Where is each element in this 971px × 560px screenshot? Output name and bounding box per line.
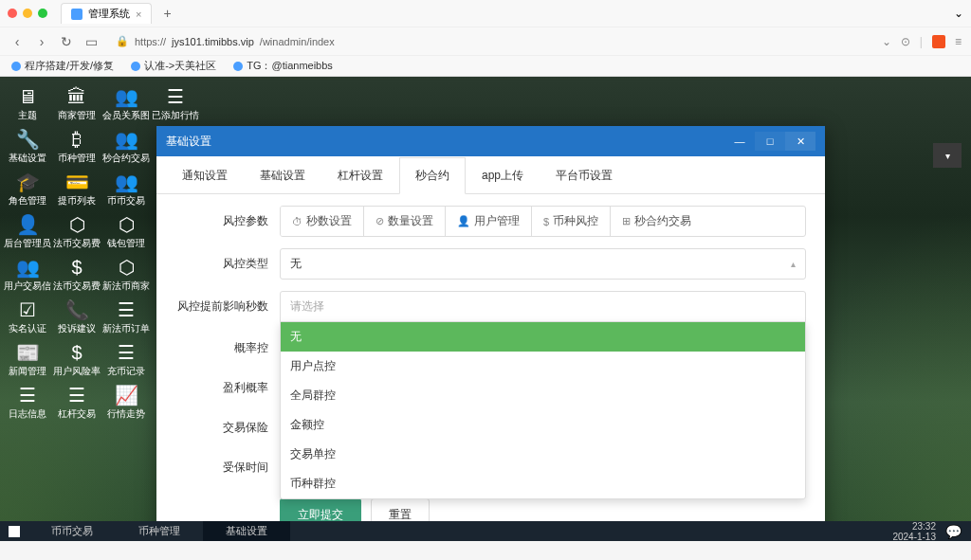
app-label: 杠杆交易: [58, 407, 96, 421]
bookmark-icon[interactable]: ▭: [83, 34, 99, 49]
desktop-icon[interactable]: ⬡钱包管理: [102, 212, 150, 253]
desktop-icon[interactable]: ⬡新法币商家: [102, 255, 150, 296]
advance-sec-select[interactable]: 请选择: [280, 291, 806, 322]
modal-minimize-button[interactable]: —: [724, 132, 755, 151]
bookmarks-bar: 程序搭建/开发/修复 认准->天美社区 TG：@tianmeibbs: [0, 55, 971, 76]
tab-close-icon[interactable]: ×: [136, 9, 141, 20]
modal-tab[interactable]: 通知设置: [166, 157, 244, 194]
modal-titlebar[interactable]: 基础设置 — □ ✕: [156, 126, 825, 156]
desktop-icon[interactable]: ⬡法币交易费: [53, 212, 101, 253]
modal-tab[interactable]: 杠杆设置: [321, 157, 399, 194]
app-icon: ☰: [19, 386, 36, 405]
bookmark-icon: [131, 62, 140, 71]
risk-param-button[interactable]: ⏱秒数设置: [281, 207, 364, 236]
desktop-icon[interactable]: ☰充币记录: [102, 340, 150, 381]
label-advance-sec: 风控提前影响秒数: [175, 298, 280, 315]
desktop-icon[interactable]: $法币交易费: [53, 255, 101, 296]
taskbar-item[interactable]: 基础设置: [203, 521, 290, 541]
app-label: 钱包管理: [107, 237, 145, 250]
close-window[interactable]: [8, 9, 17, 18]
dropdown-option[interactable]: 币种群控: [281, 469, 805, 498]
forward-button[interactable]: ›: [34, 34, 49, 49]
bookmark-item[interactable]: 认准->天美社区: [131, 59, 216, 73]
desktop-icon[interactable]: ☰杠杆交易: [53, 383, 101, 424]
app-label: 用户风险率: [53, 365, 101, 378]
app-icon: ☰: [118, 343, 135, 362]
modal-close-button[interactable]: ✕: [785, 132, 815, 151]
app-label: 新法币订单: [102, 322, 150, 335]
chat-icon[interactable]: 💬: [945, 524, 962, 539]
modal-tab[interactable]: 平台币设置: [540, 157, 629, 194]
taskbar-item[interactable]: 币种管理: [116, 521, 203, 541]
btn-icon: $: [543, 216, 549, 227]
app-label: 已添加行情: [152, 109, 199, 122]
url-field[interactable]: 🔒 https://jys101.timibbs.vip/winadmin/in…: [108, 32, 872, 50]
taskbar-clock[interactable]: 23:32 2024-1-13: [892, 521, 936, 542]
url-prefix: https://: [135, 36, 166, 47]
brave-shield-icon[interactable]: [932, 35, 945, 48]
dropdown-option[interactable]: 无: [281, 322, 805, 352]
desktop-icon[interactable]: 📰新闻管理: [4, 340, 51, 381]
risk-param-button[interactable]: ⊞秒合约交易: [611, 207, 703, 236]
desktop-icon[interactable]: 👤后台管理员: [4, 212, 51, 253]
tab-title: 管理系统: [88, 7, 130, 21]
modal-maximize-button[interactable]: □: [755, 132, 785, 151]
minimize-window[interactable]: [23, 9, 32, 18]
user-menu-toggle[interactable]: ▾: [933, 143, 962, 168]
desktop-icon[interactable]: $用户风险率: [53, 340, 101, 381]
app-icon: 📞: [65, 300, 89, 319]
desktop-icon[interactable]: 📈行情走势: [102, 383, 150, 424]
desktop-icon[interactable]: ☑实名认证: [4, 298, 51, 338]
taskbar-item[interactable]: 币币交易: [28, 521, 116, 541]
dropdown-option[interactable]: 交易单控: [281, 440, 805, 469]
app-icon: $: [71, 258, 82, 277]
desktop-icon[interactable]: ☰新法币订单: [102, 298, 150, 338]
bookmark-label: 程序搭建/开发/修复: [25, 59, 114, 73]
desktop-icon[interactable]: ₿币种管理: [53, 127, 101, 168]
back-button[interactable]: ‹: [9, 34, 25, 49]
app-icon: 👥: [16, 258, 40, 277]
dropdown-panel: 无用户点控全局群控金额控交易单控币种群控: [280, 321, 806, 499]
bookmark-item[interactable]: 程序搭建/开发/修复: [11, 59, 114, 73]
extensions-icon[interactable]: ⌄: [882, 35, 891, 48]
app-label: 充币记录: [107, 365, 145, 378]
dropdown-option[interactable]: 全局群控: [281, 381, 805, 410]
modal-tab[interactable]: 基础设置: [244, 157, 321, 194]
app-icon: $: [71, 343, 82, 362]
more-icon[interactable]: ≡: [955, 35, 962, 48]
desktop-icon[interactable]: 🖥主题: [4, 84, 51, 125]
risk-param-button[interactable]: $币种风控: [532, 207, 611, 236]
app-icon: 🔧: [16, 130, 40, 149]
reload-button[interactable]: ↻: [59, 34, 74, 49]
risk-param-button[interactable]: ⊘数量设置: [364, 207, 446, 236]
desktop-icon[interactable]: 💳提币列表: [53, 170, 101, 210]
tabs-overflow-icon[interactable]: ⌄: [954, 7, 963, 20]
desktop-icon[interactable]: 📞投诉建议: [53, 298, 101, 338]
modal-tab[interactable]: 秒合约: [399, 157, 466, 194]
desktop-icon[interactable]: 🎓角色管理: [4, 170, 51, 210]
desktop-icon[interactable]: 👥币币交易: [102, 170, 150, 210]
row-advance-sec: 风控提前影响秒数 请选择 无用户点控全局群控金额控交易单控币种群控: [175, 291, 806, 322]
windows-icon: [9, 526, 20, 537]
start-button[interactable]: [0, 526, 28, 537]
desktop-icon[interactable]: ☰日志信息: [4, 383, 51, 424]
desktop-icon[interactable]: 🏛商家管理: [53, 84, 101, 125]
modal-tab[interactable]: app上传: [466, 157, 540, 194]
risk-param-button[interactable]: 👤用户管理: [446, 207, 532, 236]
browser-tab[interactable]: 管理系统 ×: [61, 3, 152, 24]
new-tab-button[interactable]: +: [157, 6, 176, 21]
dropdown-option[interactable]: 用户点控: [281, 352, 805, 381]
desktop-icon[interactable]: 👥用户交易信: [4, 255, 51, 296]
label-trade-insure: 交易保险: [175, 420, 280, 436]
label-profit-prob: 盈利概率: [175, 380, 280, 396]
bookmark-item[interactable]: TG：@tianmeibbs: [233, 59, 333, 73]
desktop-icon[interactable]: 🔧基础设置: [4, 127, 51, 168]
menu-icon[interactable]: ⊙: [901, 35, 910, 48]
risk-type-select[interactable]: 无 ▴: [280, 248, 806, 280]
desktop-icon[interactable]: 👥会员关系图: [102, 84, 150, 125]
btn-label: 秒合约交易: [634, 213, 691, 229]
dropdown-option[interactable]: 金额控: [281, 410, 805, 440]
desktop-icon[interactable]: 👥秒合约交易: [102, 127, 150, 168]
maximize-window[interactable]: [38, 9, 47, 18]
desktop-icon[interactable]: ☰已添加行情: [152, 84, 199, 125]
